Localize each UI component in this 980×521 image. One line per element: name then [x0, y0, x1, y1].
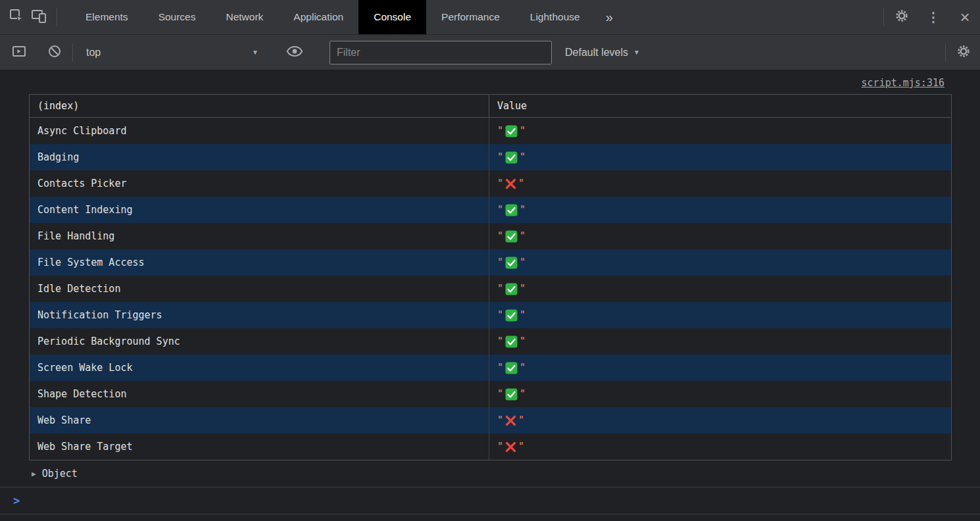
source-link[interactable]: script.mjs:316	[862, 77, 944, 89]
table-row: File Handling""	[30, 223, 951, 249]
quote-char: "	[497, 230, 503, 242]
quote-char: "	[518, 178, 524, 189]
quote-char: "	[497, 257, 503, 268]
filter-input[interactable]	[330, 41, 552, 64]
console-sidebar-icon	[12, 45, 26, 61]
toggle-device-toolbar-button[interactable]	[28, 6, 50, 28]
expand-triangle-icon: ▶	[32, 470, 36, 478]
quote-char: "	[520, 309, 526, 321]
table-row: File System Access""	[30, 249, 951, 276]
log-levels-dropdown[interactable]: Default levels ▼	[561, 47, 644, 59]
row-value-cell: ""	[489, 407, 951, 434]
tab-performance[interactable]: Performance	[426, 0, 515, 34]
toolbar-divider	[57, 8, 57, 26]
row-index-cell: Periodic Background Sync	[30, 328, 489, 355]
tab-network[interactable]: Network	[211, 0, 279, 34]
cross-icon	[505, 415, 516, 426]
eye-icon	[286, 45, 303, 60]
check-icon	[505, 335, 518, 348]
table-row: Notification Triggers""	[30, 302, 951, 328]
console-sidebar-toggle-button[interactable]	[8, 41, 30, 64]
chevron-down-icon: ▼	[252, 49, 258, 56]
check-icon	[505, 362, 518, 374]
console-prompt-row: >	[0, 487, 980, 514]
table-row: Screen Wake Lock""	[30, 355, 951, 381]
more-panels-button[interactable]: »	[595, 10, 624, 25]
row-index-cell: Badging	[30, 144, 489, 170]
row-index-cell: Content Indexing	[30, 197, 489, 223]
quote-char: "	[497, 335, 503, 347]
row-index-cell: Web Share	[30, 407, 489, 434]
table-row: Periodic Background Sync""	[30, 328, 951, 355]
console-toolbar: top ▼ Default levels ▼	[0, 35, 980, 70]
console-prompt-icon: >	[13, 494, 20, 507]
quote-char: "	[520, 230, 526, 242]
console-input[interactable]	[20, 487, 980, 514]
quote-char: "	[520, 335, 526, 347]
row-index-cell: File System Access	[30, 249, 489, 276]
log-levels-label: Default levels	[565, 47, 628, 59]
table-row: Shape Detection""	[30, 381, 951, 407]
row-value-cell: ""	[489, 223, 951, 249]
tab-sources[interactable]: Sources	[143, 0, 211, 34]
check-icon	[505, 125, 518, 137]
context-label: top	[86, 47, 101, 59]
row-value-cell: ""	[489, 328, 951, 355]
quote-char: "	[520, 151, 526, 163]
quote-char: "	[497, 441, 503, 453]
devtools-window: ElementsSourcesNetworkApplicationConsole…	[0, 0, 980, 521]
quote-char: "	[520, 362, 526, 374]
row-value-cell: ""	[489, 197, 951, 223]
object-expander[interactable]: ▶ Object	[0, 460, 980, 487]
check-icon	[505, 388, 518, 401]
check-icon	[505, 230, 518, 243]
tab-elements[interactable]: Elements	[70, 0, 143, 34]
cross-icon	[505, 441, 516, 453]
tab-lighthouse[interactable]: Lighthouse	[515, 0, 595, 34]
device-toolbar-icon	[31, 9, 47, 26]
quote-char: "	[520, 257, 526, 268]
quote-char: "	[497, 309, 503, 321]
quote-char: "	[497, 178, 503, 189]
main-toolbar: ElementsSourcesNetworkApplicationConsole…	[0, 0, 980, 35]
table-header-value: Value	[489, 95, 951, 117]
kebab-menu-icon: ⋮	[927, 9, 940, 25]
object-label: Object	[42, 468, 78, 480]
row-index-cell: Shape Detection	[30, 381, 489, 407]
console-messages: script.mjs:316 (index) Value Async Clipb…	[0, 70, 980, 514]
toolbar-divider	[72, 43, 73, 62]
row-index-cell: Idle Detection	[30, 276, 489, 302]
row-index-cell: Contacts Picker	[30, 170, 489, 197]
tab-console[interactable]: Console	[358, 0, 426, 34]
table-row: Web Share Target""	[30, 434, 951, 460]
row-index-cell: Screen Wake Lock	[30, 355, 489, 381]
toolbar-divider	[945, 43, 946, 62]
chevron-double-right-icon: »	[606, 10, 613, 24]
row-value-cell: ""	[489, 434, 951, 460]
row-value-cell: ""	[489, 118, 951, 144]
gear-icon	[956, 44, 971, 61]
chevron-down-icon: ▼	[633, 49, 640, 56]
row-value-cell: ""	[489, 276, 951, 302]
quote-char: "	[520, 283, 526, 295]
check-icon	[505, 283, 518, 295]
check-icon	[505, 309, 518, 322]
clear-console-button[interactable]	[43, 41, 66, 64]
settings-button[interactable]	[891, 6, 913, 28]
javascript-context-selector[interactable]: top ▼	[82, 47, 265, 59]
console-table: (index) Value Async Clipboard""Badging""…	[29, 94, 952, 460]
create-live-expression-button[interactable]	[283, 41, 306, 64]
check-icon	[505, 151, 518, 164]
check-icon	[505, 257, 518, 269]
block-icon	[47, 44, 62, 61]
quote-char: "	[520, 125, 526, 137]
close-devtools-button[interactable]: ×	[954, 6, 976, 28]
devtools-menu-button[interactable]: ⋮	[922, 6, 944, 28]
inspect-element-button[interactable]	[5, 6, 28, 28]
console-settings-button[interactable]	[952, 41, 975, 64]
cross-icon	[505, 178, 516, 189]
tab-application[interactable]: Application	[278, 0, 358, 34]
gear-icon	[894, 9, 909, 26]
check-icon	[505, 204, 518, 216]
table-row: Badging""	[30, 144, 951, 170]
